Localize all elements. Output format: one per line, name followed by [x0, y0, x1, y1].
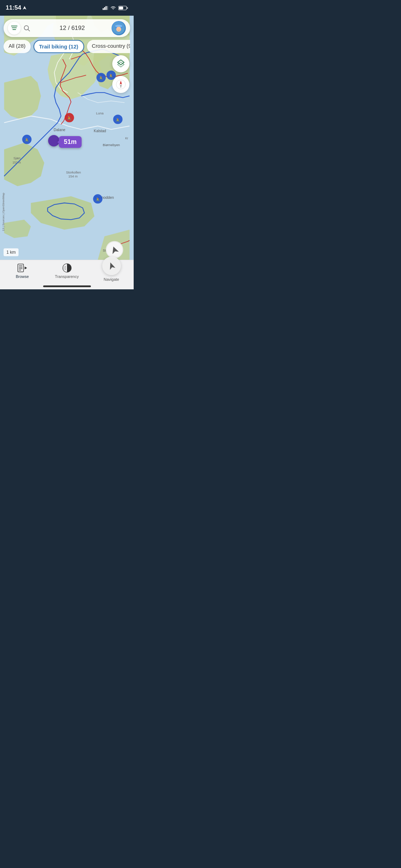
avatar-image [112, 21, 125, 35]
wifi-icon [110, 6, 116, 10]
search-icon [24, 25, 30, 31]
tab-browse[interactable]: Browse [0, 263, 45, 279]
svg-marker-57 [108, 262, 115, 270]
svg-text:🚴: 🚴 [67, 116, 72, 120]
layer-button[interactable] [112, 55, 129, 72]
svg-point-54 [65, 269, 66, 270]
svg-text:152 m: 152 m [12, 161, 21, 164]
layers-icon [116, 59, 125, 68]
status-bar: 11:54 [0, 0, 134, 16]
svg-rect-32 [12, 27, 17, 28]
home-indicator [43, 285, 91, 287]
svg-text:Luna: Luna [96, 112, 104, 115]
svg-text:Kalstad: Kalstad [94, 129, 106, 133]
svg-text:🚴: 🚴 [96, 197, 100, 202]
navigate-icon [107, 261, 116, 270]
chip-cross-country[interactable]: Cross-country (9) [87, 40, 130, 53]
svg-text:Kr: Kr [125, 136, 128, 140]
map-attribution: 13 | Sources | OpenStreetMap [2, 193, 5, 231]
tab-transparency[interactable]: Transparency [45, 263, 89, 279]
filter-icon [11, 26, 17, 31]
distance-badge: 51m [59, 136, 82, 148]
svg-text:🚴: 🚴 [109, 73, 113, 78]
svg-point-52 [65, 266, 66, 267]
svg-rect-2 [127, 7, 128, 9]
user-avatar[interactable] [112, 21, 126, 35]
svg-rect-33 [12, 29, 16, 30]
transparency-label: Transparency [55, 274, 79, 279]
search-count[interactable]: 12 / 6192 [33, 25, 112, 32]
svg-rect-45 [18, 264, 24, 272]
compass-button[interactable] [112, 76, 129, 93]
svg-marker-50 [25, 267, 27, 269]
status-time: 11:54 [6, 4, 27, 11]
svg-rect-31 [11, 26, 17, 26]
tab-bar: Browse Transparency [0, 260, 134, 289]
tab-navigate[interactable]: Navigate [89, 263, 134, 281]
browse-icon [17, 263, 27, 273]
svg-text:Biørnebyen: Biørnebyen [103, 143, 120, 147]
svg-point-53 [65, 268, 66, 269]
compass-icon [115, 79, 126, 90]
navigate-label: Navigate [104, 277, 119, 281]
scale-bar: 1 km [4, 248, 19, 256]
svg-text:🚴: 🚴 [99, 76, 103, 80]
svg-text:Dalane: Dalane [53, 128, 65, 132]
filter-chips: All (28) Trail biking (12) Cross-country… [4, 40, 130, 53]
browse-label: Browse [16, 274, 29, 279]
svg-point-56 [63, 268, 64, 269]
search-bar[interactable]: 12 / 6192 [4, 19, 130, 37]
chip-trail-biking[interactable]: Trail biking (12) [34, 40, 84, 53]
svg-text:Sjæn: Sjæn [14, 156, 21, 160]
search-icon-wrap [21, 25, 33, 31]
svg-text:🚴: 🚴 [115, 118, 120, 122]
battery-icon [118, 6, 128, 10]
svg-text:🚴: 🚴 [25, 138, 29, 142]
svg-text:Storkollen: Storkollen [66, 171, 81, 174]
svg-point-34 [24, 26, 29, 30]
svg-line-35 [28, 30, 30, 31]
svg-rect-3 [119, 6, 123, 9]
svg-point-55 [63, 267, 64, 268]
status-icons [103, 6, 128, 10]
transparency-icon [62, 263, 72, 273]
location-arrow-icon [22, 6, 27, 10]
chip-all[interactable]: All (28) [4, 40, 31, 53]
svg-point-39 [116, 27, 121, 32]
svg-text:154 m: 154 m [68, 175, 78, 178]
filter-button[interactable] [8, 22, 21, 35]
navigate-circle[interactable] [102, 257, 121, 275]
signal-icon [103, 6, 108, 10]
svg-marker-0 [23, 6, 26, 10]
